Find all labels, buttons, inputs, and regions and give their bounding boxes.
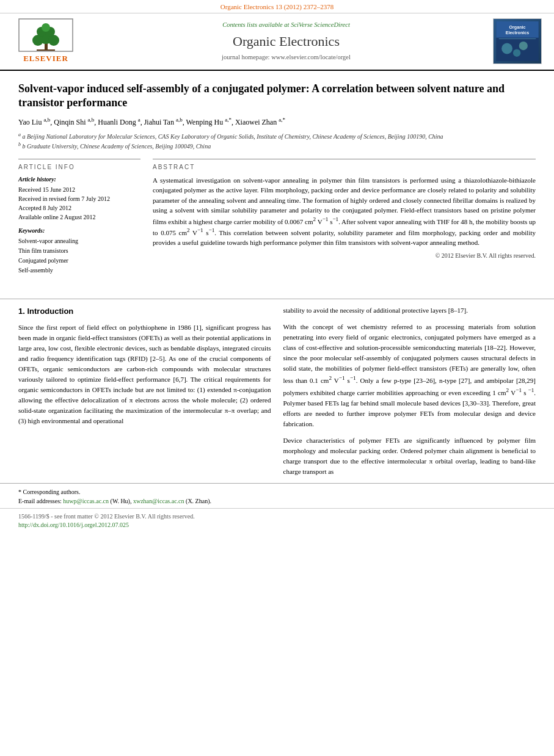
svg-rect-1 <box>37 49 55 51</box>
keywords-title: Keywords: <box>18 227 140 235</box>
intro-col-right: stability to avoid the necessity of addi… <box>283 305 536 477</box>
keywords-group: Keywords: Solvent-vapor annealing Thin f… <box>18 227 140 275</box>
email1-link[interactable]: huwp@iccas.ac.cn <box>63 498 109 504</box>
journal-cover-image: Organic Electronics <box>493 18 542 64</box>
footnote-area: * Corresponding authors. E-mail addresse… <box>0 483 554 508</box>
contents-text: Contents lists available at <box>222 21 289 28</box>
elsevier-logo: ELSEVIER <box>12 18 79 64</box>
journal-title: Organic Electronics <box>87 32 486 51</box>
elsevier-tree-icon <box>18 18 73 52</box>
page-container: Organic Electronics 13 (2012) 2372–2378 … <box>0 0 554 532</box>
intro-col-left: 1. Introduction Since the first report o… <box>18 305 271 477</box>
history-content: Received 15 June 2012 Received in revise… <box>18 185 140 222</box>
article-info-column: ARTICLE INFO Article history: Received 1… <box>18 159 140 280</box>
authors-line: Yao Liu a,b, Qinqin Shi a,b, Huanli Dong… <box>18 116 536 128</box>
intro-paragraph-4: Device characteristics of polymer FETs a… <box>283 435 536 477</box>
svg-point-16 <box>513 49 520 57</box>
abstract-label: ABSTRACT <box>153 163 536 172</box>
article-history: Article history: Received 15 June 2012 R… <box>18 175 140 222</box>
svg-point-14 <box>501 43 512 54</box>
info-abstract-columns: ARTICLE INFO Article history: Received 1… <box>18 159 536 280</box>
journal-homepage: journal homepage: www.elsevier.com/locat… <box>87 53 486 62</box>
svg-point-15 <box>519 42 528 50</box>
corresponding-label: * Corresponding authors. <box>18 487 536 496</box>
svg-text:Electronics: Electronics <box>506 31 529 36</box>
section-divider <box>0 299 554 299</box>
svg-point-7 <box>42 23 50 32</box>
journal-header: ELSEVIER Contents lists available at Sci… <box>0 13 554 70</box>
sciverse-link[interactable]: SciVerse ScienceDirect <box>291 21 350 28</box>
footer-doi[interactable]: http://dx.doi.org/10.1016/j.orgel.2012.0… <box>18 522 129 528</box>
footer-issn: 1566-1199/$ - see front matter © 2012 El… <box>18 512 536 521</box>
intro-paragraph-1: Since the first report of field effect o… <box>18 322 271 426</box>
abstract-text: A systematical investigation on solvent-… <box>153 175 536 248</box>
article-info-label: ARTICLE INFO <box>18 163 140 172</box>
email2-link[interactable]: xwzhan@iccas.ac.cn <box>133 498 184 504</box>
journal-reference: Organic Electronics 13 (2012) 2372–2378 <box>221 3 334 10</box>
history-title: Article history: <box>18 175 140 184</box>
article-title: Solvent-vapor induced self-assembly of a… <box>18 82 536 111</box>
affiliations: a a Beijing National Laboratory for Mole… <box>18 131 536 151</box>
page-footer: 1566-1199/$ - see front matter © 2012 El… <box>0 508 554 532</box>
email-line: E-mail addresses: huwp@iccas.ac.cn (W. H… <box>18 496 536 506</box>
keywords-list: Solvent-vapor annealing Thin film transi… <box>18 236 140 275</box>
introduction-section: 1. Introduction Since the first report o… <box>0 305 554 483</box>
contents-line: Contents lists available at SciVerse Sci… <box>87 21 486 30</box>
email-label: E-mail addresses: <box>18 498 62 504</box>
intro-paragraph-3: With the concept of wet chemistry referr… <box>283 322 536 429</box>
journal-center: Contents lists available at SciVerse Sci… <box>87 21 486 62</box>
intro-heading: 1. Introduction <box>18 305 271 318</box>
intro-paragraph-2: stability to avoid the necessity of addi… <box>283 305 536 316</box>
article-content: Solvent-vapor induced self-assembly of a… <box>0 71 554 293</box>
elsevier-name: ELSEVIER <box>23 53 68 64</box>
journal-url-bar: Organic Electronics 13 (2012) 2372–2378 <box>0 0 554 13</box>
copyright-line: © 2012 Elsevier B.V. All rights reserved… <box>153 252 536 260</box>
abstract-column: ABSTRACT A systematical investigation on… <box>153 159 536 280</box>
cover-svg: Organic Electronics <box>494 21 541 61</box>
svg-text:Organic: Organic <box>509 26 526 31</box>
